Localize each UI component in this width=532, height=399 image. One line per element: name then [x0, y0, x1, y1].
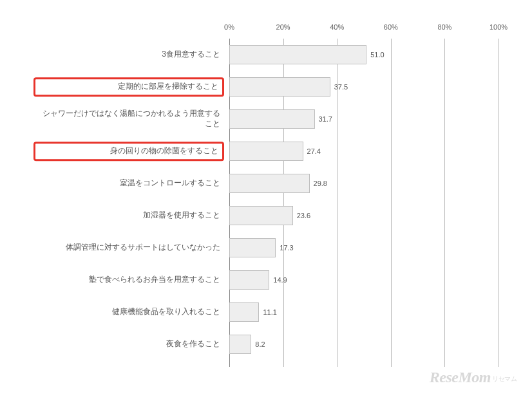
bar-value-label: 11.1	[263, 308, 276, 316]
chart-row: 3食用意すること51.0	[33, 39, 499, 71]
x-tick-label: 0%	[224, 23, 234, 31]
chart-row: 加湿器を使用すること23.6	[33, 200, 499, 232]
category-label: 塾で食べられるお弁当を用意すること	[33, 272, 224, 288]
x-tick-label: 60%	[384, 23, 398, 31]
gridline	[499, 39, 499, 367]
category-label: 体調管理に対するサポートはしていなかった	[33, 240, 224, 255]
bar-value-label: 8.2	[255, 340, 265, 348]
bar	[229, 206, 293, 225]
chart-row: シャワーだけではなく湯船につかれるよう用意すること31.7	[33, 103, 499, 135]
category-label: シャワーだけではなく湯船につかれるよう用意すること	[33, 106, 224, 131]
bar	[229, 142, 303, 161]
chart-area: 0%20%40%60%80%100% 3食用意すること51.0定期的に部屋を掃除…	[33, 18, 499, 378]
bar-value-label: 27.4	[307, 147, 321, 155]
chart-row: 塾で食べられるお弁当を用意すること14.9	[33, 264, 499, 296]
bar-value-label: 14.9	[273, 276, 287, 284]
watermark-main: ReseMom	[430, 369, 491, 385]
category-label: 健康機能食品を取り入れること	[33, 304, 224, 320]
bar	[229, 109, 315, 129]
bar	[229, 335, 251, 354]
bar	[229, 270, 269, 290]
chart-row: 夜食を作ること8.2	[33, 328, 499, 360]
bar-value-label: 23.6	[297, 212, 310, 219]
bar-value-label: 29.8	[314, 180, 327, 187]
watermark-sub: リセマム	[492, 375, 517, 382]
bar	[229, 174, 310, 193]
bar	[229, 238, 276, 257]
category-label: 室温をコントロールすること	[33, 176, 224, 191]
bar	[229, 77, 330, 97]
bar	[229, 45, 366, 64]
chart-row: 身の回りの物の除菌をすること27.4	[33, 135, 499, 167]
chart-row: 健康機能食品を取り入れること11.1	[33, 296, 499, 328]
x-tick-label: 100%	[489, 23, 508, 31]
chart-row: 室温をコントロールすること29.8	[33, 167, 499, 200]
category-label: 加湿器を使用すること	[33, 208, 224, 223]
category-label: 定期的に部屋を掃除すること	[33, 77, 224, 97]
x-tick-label: 80%	[437, 23, 451, 31]
watermark: ReseMomリセマム	[430, 369, 517, 386]
category-label: 身の回りの物の除菌をすること	[33, 142, 224, 161]
category-label: 3食用意すること	[33, 47, 224, 62]
x-tick-label: 40%	[330, 23, 344, 31]
bar	[229, 302, 259, 322]
chart-row: 定期的に部屋を掃除すること37.5	[33, 71, 499, 103]
chart-row: 体調管理に対するサポートはしていなかった17.3	[33, 232, 499, 264]
bar-value-label: 17.3	[280, 244, 293, 252]
bar-value-label: 31.7	[319, 115, 332, 123]
bar-value-label: 37.5	[334, 83, 348, 91]
bar-value-label: 51.0	[370, 51, 384, 59]
category-label: 夜食を作ること	[33, 337, 224, 352]
x-tick-label: 20%	[276, 23, 290, 31]
